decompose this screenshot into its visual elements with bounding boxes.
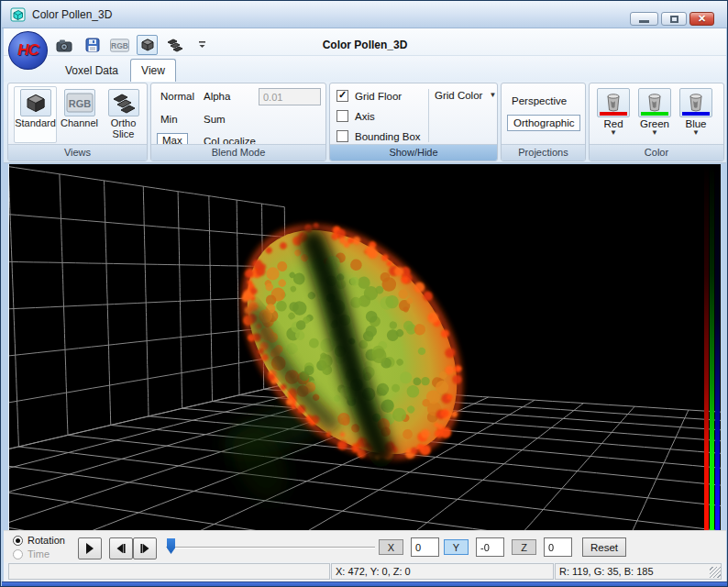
- views-ortho-slice-button[interactable]: Ortho Slice: [102, 86, 145, 143]
- color-green-button[interactable]: Green ▼: [635, 86, 674, 137]
- grid-floor-checkbox-box[interactable]: ✓: [336, 90, 348, 102]
- play-icon: [85, 543, 94, 554]
- capture-button[interactable]: [54, 35, 75, 55]
- maximize-button[interactable]: [661, 12, 687, 26]
- views-standard-label: Standard: [15, 117, 56, 128]
- alpha-value-input[interactable]: [259, 88, 321, 105]
- blend-min-button[interactable]: Min: [160, 114, 178, 125]
- rgb-gradient-bars: [704, 164, 720, 530]
- title-bar: Color Pollen_3D ✕: [2, 1, 728, 28]
- blue-underline: [682, 112, 710, 116]
- y-value-input[interactable]: [476, 537, 504, 557]
- y-axis-label: Y: [453, 542, 459, 553]
- axis-checkbox-box[interactable]: ✓: [336, 110, 348, 122]
- show-hide-group-label: Show/Hide: [330, 144, 497, 161]
- grid-color-button[interactable]: Grid Color ▼: [435, 90, 496, 101]
- time-radio[interactable]: Time: [13, 548, 50, 559]
- z-axis-button[interactable]: Z: [512, 539, 536, 555]
- maximize-icon: [670, 16, 678, 23]
- application-menu-button[interactable]: HC: [8, 31, 48, 70]
- close-button[interactable]: ✕: [689, 12, 714, 26]
- step-forward-icon: [139, 543, 150, 554]
- minimize-icon: [639, 20, 649, 23]
- playback-controls-bar: Rotation Time X Y Z Reset: [4, 530, 726, 562]
- reset-label: Reset: [590, 542, 618, 553]
- status-rgb-values: R: 119, G: 35, B: 185: [555, 563, 722, 580]
- views-group-label: Views: [8, 144, 147, 161]
- views-ortho-slice-label: Ortho Slice: [111, 117, 137, 139]
- radio-selected-icon: [13, 536, 23, 546]
- blend-normal-button[interactable]: Normal: [160, 91, 194, 102]
- save-button[interactable]: [82, 35, 103, 55]
- bounding-box-checkbox[interactable]: ✓ Bounding Box: [336, 130, 421, 142]
- toolbar-overflow-button[interactable]: [192, 35, 213, 55]
- color-red-button[interactable]: Red ▼: [594, 86, 633, 137]
- tab-voxel-data[interactable]: Voxel Data: [51, 59, 132, 82]
- ortho-slice-icon: [108, 89, 139, 116]
- time-label: Time: [28, 548, 50, 559]
- divider: [428, 89, 429, 142]
- hc-logo-icon: HC: [17, 41, 39, 60]
- chevron-more-icon: [198, 40, 206, 50]
- grid-floor-checkbox[interactable]: ✓ Grid Floor: [336, 90, 402, 102]
- rotation-label: Rotation: [28, 535, 65, 546]
- y-axis-button[interactable]: Y: [444, 539, 469, 555]
- standard-view-button[interactable]: [137, 35, 158, 55]
- app-window: Color Pollen_3D ✕ Color Pollen_3D HC: [0, 0, 728, 587]
- paint-bucket-icon: [597, 88, 630, 117]
- z-value-input[interactable]: [544, 537, 572, 557]
- window-title: Color Pollen_3D: [32, 8, 112, 21]
- resize-grip[interactable]: [710, 567, 721, 578]
- step-back-icon: [116, 543, 127, 554]
- channel-rgb-icon: RGB: [64, 89, 95, 116]
- check-icon: ✓: [338, 89, 347, 101]
- play-button[interactable]: [78, 537, 102, 559]
- green-underline: [641, 112, 668, 116]
- paint-bucket-icon: [638, 88, 671, 117]
- status-bar: X: 472, Y: 0, Z: 0 R: 119, G: 35, B: 185: [4, 562, 726, 581]
- ribbon: Standard RGB Channel: [4, 82, 726, 163]
- svg-text:RGB: RGB: [68, 98, 91, 109]
- step-back-button[interactable]: [109, 537, 133, 559]
- views-channel-label: Channel: [61, 117, 98, 128]
- group-views: Standard RGB Channel: [7, 83, 148, 161]
- chevron-down-icon: ▼: [594, 129, 633, 137]
- radio-unselected-icon: [13, 549, 23, 559]
- quick-access-toolbar: RGB: [54, 34, 213, 56]
- ortho-slice-button[interactable]: [164, 35, 185, 55]
- app-icon: [10, 7, 26, 22]
- bounding-box-checkbox-box[interactable]: ✓: [336, 130, 348, 142]
- step-forward-button[interactable]: [133, 537, 157, 559]
- color-blue-button[interactable]: Blue ▼: [677, 86, 715, 137]
- close-icon: ✕: [698, 13, 706, 25]
- window-bottom-border: [2, 581, 728, 587]
- chevron-down-icon: ▼: [677, 129, 715, 137]
- blend-sum-button[interactable]: Sum: [204, 114, 226, 125]
- views-standard-button[interactable]: Standard: [14, 86, 57, 143]
- x-axis-button[interactable]: X: [379, 539, 403, 555]
- rotation-radio[interactable]: Rotation: [13, 535, 65, 546]
- views-channel-button[interactable]: RGB Channel: [58, 86, 101, 143]
- projections-group-label: Projections: [502, 144, 585, 161]
- blend-mode-group-label: Blend Mode: [151, 144, 325, 161]
- rgb-channels-button[interactable]: RGB: [109, 35, 130, 55]
- orthographic-button[interactable]: Orthographic: [507, 115, 580, 131]
- rgb-icon: RGB: [110, 39, 129, 52]
- save-icon: [85, 38, 100, 52]
- rotation-slider-track[interactable]: [166, 547, 375, 548]
- z-axis-label: Z: [521, 542, 527, 553]
- axis-label: Axis: [355, 111, 375, 122]
- reset-button[interactable]: Reset: [582, 537, 626, 557]
- minimize-button[interactable]: [630, 12, 658, 26]
- color-group-label: Color: [590, 144, 723, 161]
- chevron-down-icon: ▼: [489, 92, 496, 99]
- perspective-button[interactable]: Perspective: [512, 95, 567, 106]
- rotation-slider-thumb[interactable]: [167, 538, 175, 554]
- viewport-3d[interactable]: [8, 164, 720, 530]
- group-color: Red ▼ Green ▼: [589, 83, 724, 161]
- pollen-3d-render: [9, 164, 721, 530]
- tab-view[interactable]: View: [130, 59, 176, 82]
- x-value-input[interactable]: [411, 537, 439, 557]
- group-show-hide: ✓ Grid Floor ✓ Axis ✓ Bounding Box Grid …: [329, 83, 498, 161]
- axis-checkbox[interactable]: ✓ Axis: [336, 110, 375, 122]
